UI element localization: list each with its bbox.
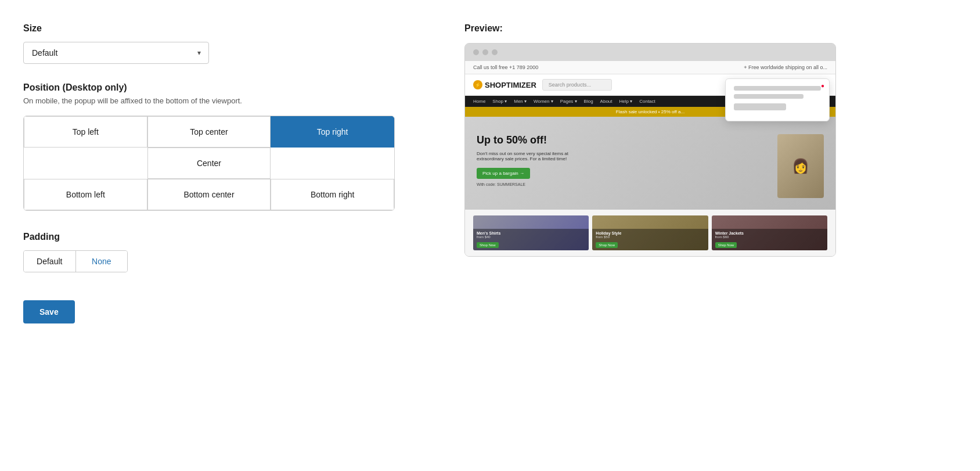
site-top-bar-left: Call us toll free +1 789 2000 [473, 64, 538, 70]
nav-pages: Pages ▾ [560, 99, 577, 104]
site-search-bar: Search products... [542, 79, 612, 91]
nav-contact: Contact [639, 99, 655, 104]
card-3-overlay: Winter Jackets from $60 Shop Now [712, 229, 827, 250]
size-select-wrapper: Default Small Medium Large ▾ [23, 42, 209, 64]
hero-desc: Don't miss out on some very special item… [477, 151, 570, 161]
hero-title: Up to 50% off! [477, 134, 570, 146]
position-bottom-left[interactable]: Bottom left [24, 179, 147, 210]
site-hero: Up to 50% off! Don't miss out on some ve… [465, 117, 835, 210]
position-top-left[interactable]: Top left [24, 116, 147, 148]
card-3-btn: Shop Now [715, 242, 737, 248]
site-top-bar: Call us toll free +1 789 2000 + Free wor… [465, 61, 835, 74]
position-description: On mobile, the popup will be affixed to … [23, 96, 430, 105]
right-panel: Preview: Call us toll free +1 789 2000 +… [453, 23, 957, 323]
nav-help: Help ▾ [619, 99, 633, 104]
card-1-overlay: Men's Shirts from $40 Shop Now [473, 229, 589, 250]
browser-dot-2 [482, 49, 488, 55]
position-top-right[interactable]: Top right [271, 116, 394, 148]
site-logo: ⚡ SHOPTIMIZER [473, 80, 536, 89]
card-2-btn: Shop Now [596, 242, 618, 248]
hero-text: Up to 50% off! Don't miss out on some ve… [477, 134, 570, 186]
page-layout: Size Default Small Medium Large ▾ Positi… [0, 0, 980, 347]
position-title: Position (Desktop only) [23, 82, 430, 93]
save-button[interactable]: Save [23, 300, 75, 323]
preview-label: Preview: [464, 23, 957, 34]
browser-mockup: Call us toll free +1 789 2000 + Free wor… [464, 43, 836, 257]
logo-icon: ⚡ [473, 80, 482, 89]
browser-dot-1 [473, 49, 479, 55]
card-2: Holiday Style from $50 Shop Now [592, 215, 708, 250]
card-2-title: Holiday Style [596, 231, 704, 235]
padding-default-button[interactable]: Default [24, 251, 75, 272]
nav-women: Women ▾ [534, 99, 553, 104]
popup-line-1 [734, 86, 821, 91]
popup-line-3 [734, 103, 786, 110]
card-1-title: Men's Shirts [477, 231, 585, 235]
card-1: Men's Shirts from $40 Shop Now [473, 215, 589, 250]
position-grid: Top left Top center Top right Center Bot… [23, 116, 395, 211]
hero-image: 👩 [777, 134, 824, 198]
card-3-price: from $60 [715, 235, 824, 239]
site-logo-text: SHOPTIMIZER [485, 81, 536, 89]
site-cards: Men's Shirts from $40 Shop Now Holiday S… [465, 210, 835, 256]
position-top-center[interactable]: Top center [147, 116, 271, 148]
card-1-price: from $40 [477, 235, 585, 239]
site-top-bar-right: + Free worldwide shipping on all o... [744, 64, 827, 70]
size-select[interactable]: Default Small Medium Large [23, 42, 209, 64]
browser-bar [465, 44, 835, 61]
padding-none-button[interactable]: None [75, 251, 128, 272]
card-2-price: from $50 [596, 235, 704, 239]
padding-title: Padding [23, 232, 430, 242]
size-title: Size [23, 23, 430, 34]
nav-blog: Blog [584, 99, 593, 104]
left-panel: Size Default Small Medium Large ▾ Positi… [23, 23, 430, 323]
position-bottom-center[interactable]: Bottom center [147, 179, 271, 210]
browser-content: Call us toll free +1 789 2000 + Free wor… [465, 61, 835, 256]
card-1-btn: Shop Now [477, 242, 499, 248]
browser-dot-3 [492, 49, 498, 55]
position-center[interactable]: Center [147, 148, 271, 179]
popup-overlay: ● [725, 78, 830, 121]
nav-men: Men ▾ [514, 99, 527, 104]
hero-code: With code: SUMMERSALE [477, 182, 570, 186]
hero-cta-button: Pick up a bargain → [477, 168, 530, 179]
position-bottom-right[interactable]: Bottom right [271, 179, 394, 210]
nav-about: About [600, 99, 613, 104]
nav-home: Home [473, 99, 485, 104]
card-3: Winter Jackets from $60 Shop Now [712, 215, 827, 250]
padding-button-group: Default None [23, 250, 128, 272]
card-3-title: Winter Jackets [715, 231, 824, 235]
popup-close-icon: ● [821, 82, 824, 89]
popup-line-2 [734, 94, 804, 99]
card-2-overlay: Holiday Style from $50 Shop Now [592, 229, 708, 250]
nav-shop: Shop ▾ [492, 99, 507, 104]
